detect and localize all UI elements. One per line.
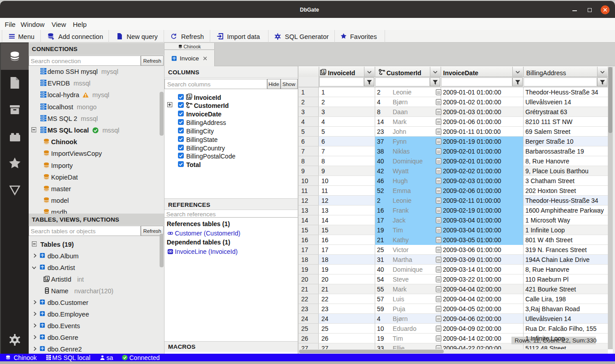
svg-text:1: 1 (188, 94, 191, 98)
svg-text:1: 1 (46, 276, 48, 280)
svg-text:1: 1 (323, 69, 325, 73)
